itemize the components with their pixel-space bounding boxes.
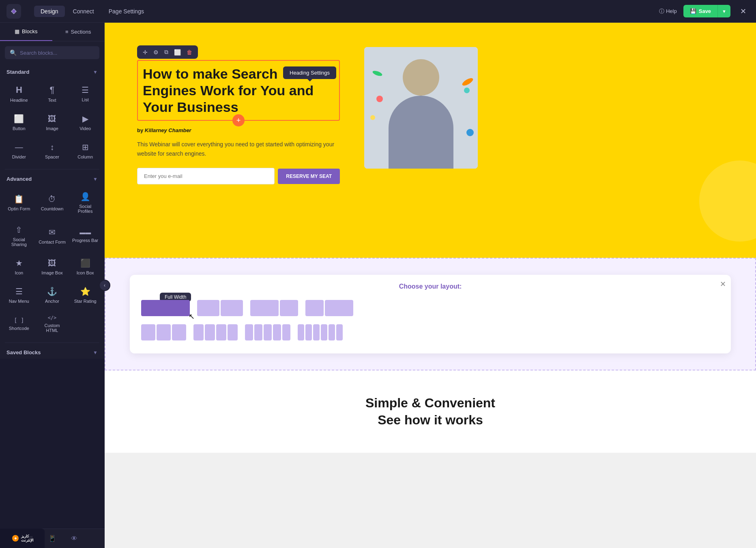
col-small-r xyxy=(305,300,324,316)
block-divider[interactable]: — Divider xyxy=(3,137,35,164)
layout-2col-unequal[interactable] xyxy=(249,298,300,318)
save-dropdown-button[interactable]: ▼ xyxy=(718,5,730,17)
sections-label: Sections xyxy=(71,29,91,35)
layout-3col[interactable] xyxy=(140,323,188,342)
col-big-r xyxy=(325,300,353,316)
saved-blocks-section-header[interactable]: Saved Blocks ▼ xyxy=(0,345,104,359)
nav-tab-connect[interactable]: Connect xyxy=(67,6,101,17)
block-list[interactable]: ☰ List xyxy=(69,80,101,107)
nav-menu-icon: ☰ xyxy=(15,287,23,296)
svg-point-0 xyxy=(12,10,15,13)
dot-teal xyxy=(464,88,470,93)
block-list-label: List xyxy=(82,97,89,102)
list-icon: ☰ xyxy=(82,85,89,95)
main-layout: ▦ Blocks ≡ Sections 🔍 Standard ▼ xyxy=(0,23,756,548)
watermark: ✦ كاريزالإنترنت xyxy=(0,529,45,548)
block-social-profiles[interactable]: 👤 Social Profiles xyxy=(69,187,101,218)
reserve-button[interactable]: RESERVE MY SEAT xyxy=(278,169,340,184)
layout-2col-reverse[interactable] xyxy=(304,298,355,318)
social-profiles-icon: 👤 xyxy=(80,192,90,201)
saved-divider xyxy=(5,342,99,343)
col5-5 xyxy=(282,324,290,340)
search-box[interactable]: 🔍 xyxy=(5,46,99,59)
collapse-sidebar-button[interactable]: ‹ xyxy=(99,280,110,291)
column-icon: ⊞ xyxy=(82,142,89,152)
divider-icon: — xyxy=(15,143,23,152)
standard-chevron: ▼ xyxy=(93,69,98,75)
block-video-label: Video xyxy=(79,126,91,131)
layout-1col[interactable]: ↖ xyxy=(140,298,191,318)
advanced-chevron: ▼ xyxy=(93,176,98,182)
help-button[interactable]: ⓘ Help xyxy=(659,8,677,15)
nav-right: ⓘ Help 💾 Save ▼ ✕ xyxy=(659,5,750,17)
block-star-rating[interactable]: ⭐ Star Rating xyxy=(69,282,101,308)
close-button[interactable]: ✕ xyxy=(737,5,750,17)
block-nav-menu-label: Nav Menu xyxy=(9,299,29,304)
layout-2col-equal[interactable] xyxy=(195,298,245,318)
block-image-box[interactable]: 🖼 Image Box xyxy=(37,253,68,280)
email-input[interactable] xyxy=(137,168,275,184)
block-optin-form[interactable]: 📋 Optin Form xyxy=(3,187,35,218)
add-element-button[interactable]: + xyxy=(232,114,245,126)
standard-section-header[interactable]: Standard ▼ xyxy=(0,64,104,78)
nav-tabs: Design Connect Page Settings xyxy=(34,6,150,17)
col-small xyxy=(280,300,298,316)
preview-button[interactable]: 👁 xyxy=(69,533,80,545)
block-button[interactable]: ⬜ Button xyxy=(3,109,35,136)
nav-tab-page-settings[interactable]: Page Settings xyxy=(102,6,150,17)
dot-red xyxy=(376,96,383,102)
saved-blocks-chevron: ▼ xyxy=(93,350,98,355)
block-progress-bar[interactable]: ▬▬ Progress Bar xyxy=(69,220,101,252)
block-image-label: Image xyxy=(46,126,58,131)
col-full xyxy=(141,300,190,316)
logo-icon[interactable] xyxy=(6,4,21,19)
col4-4 xyxy=(228,324,238,340)
block-headline[interactable]: H Headline xyxy=(3,80,35,107)
block-image-box-label: Image Box xyxy=(41,270,63,275)
video-icon: ▶ xyxy=(82,114,88,124)
block-nav-menu[interactable]: ☰ Nav Menu xyxy=(3,282,35,308)
layout-4col[interactable] xyxy=(192,323,239,342)
block-custom-html[interactable]: </> Custom HTML xyxy=(37,310,68,338)
block-image[interactable]: 🖼 Image xyxy=(37,109,68,136)
post-author: by Killarney Chamber xyxy=(137,127,340,133)
block-text[interactable]: ¶ Text xyxy=(37,80,68,107)
block-shortcode[interactable]: [ ] Shortcode xyxy=(3,310,35,338)
layout-6col[interactable] xyxy=(296,323,344,342)
block-column[interactable]: ⊞ Column xyxy=(69,137,101,164)
toolbar-duplicate-button[interactable]: ⧉ xyxy=(162,47,171,57)
nav-tab-design[interactable]: Design xyxy=(34,6,65,17)
toolbar-move-button[interactable]: ✛ xyxy=(140,47,150,57)
block-countdown[interactable]: ⏱ Countdown xyxy=(37,187,68,218)
save-button[interactable]: 💾 Save xyxy=(683,5,717,17)
layout-row-1: ↖ xyxy=(140,298,721,318)
tab-blocks[interactable]: ▦ Blocks xyxy=(0,23,52,41)
layout-5col[interactable] xyxy=(243,323,292,342)
toolbar-resize-button[interactable]: ⬜ xyxy=(172,47,183,57)
person-body xyxy=(389,96,453,169)
block-icon[interactable]: ★ Icon xyxy=(3,253,35,280)
col6-1 xyxy=(298,324,304,340)
layout-options-row1: Full Width ↖ xyxy=(140,298,721,342)
block-video[interactable]: ▶ Video xyxy=(69,109,101,136)
toolbar-settings-button[interactable]: ⚙ xyxy=(151,47,161,57)
mobile-device-button[interactable]: 📱 xyxy=(46,532,59,545)
layout-row-2 xyxy=(140,323,721,342)
layout-options: ↖ xyxy=(140,298,721,342)
block-icon-box[interactable]: ⬛ Icon Box xyxy=(69,253,101,280)
block-shortcode-label: Shortcode xyxy=(9,326,29,331)
block-spacer[interactable]: ↕ Spacer xyxy=(37,137,68,164)
layout-chooser-close-button[interactable]: ✕ xyxy=(720,280,726,289)
search-input[interactable] xyxy=(20,50,94,56)
toolbar-delete-button[interactable]: 🗑 xyxy=(184,47,195,57)
block-social-sharing[interactable]: ⇧ Social Sharing xyxy=(3,220,35,252)
section-divider xyxy=(5,169,99,169)
optin-form-icon: 📋 xyxy=(14,194,24,204)
col3-3 xyxy=(172,324,186,340)
advanced-section-header[interactable]: Advanced ▼ xyxy=(0,171,104,185)
block-anchor[interactable]: ⚓ Anchor xyxy=(37,282,68,308)
tab-sections[interactable]: ≡ Sections xyxy=(52,23,105,41)
hero-section: Heading Settings JUN 19 ✛ ⚙ ⧉ ⬜ 🗑 xyxy=(105,23,756,258)
progress-bar-icon: ▬▬ xyxy=(79,229,91,235)
block-contact-form[interactable]: ✉ Contact Form xyxy=(37,220,68,252)
